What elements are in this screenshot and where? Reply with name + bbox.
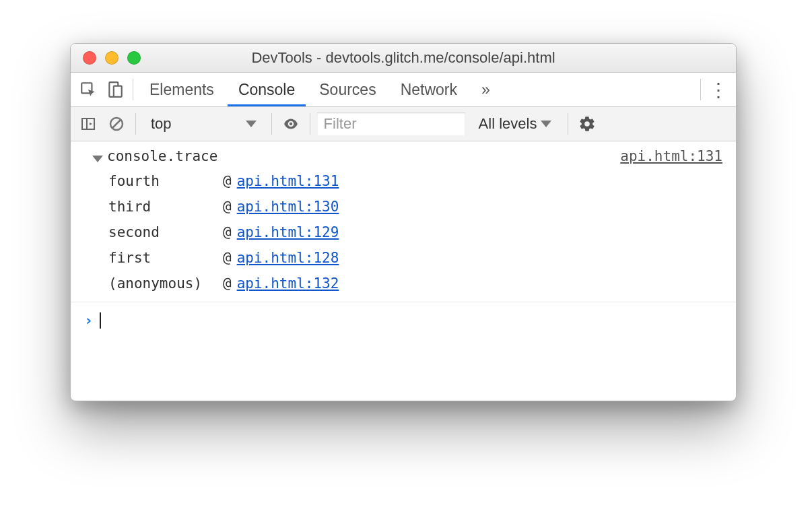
console-output: console.trace api.html:131 fourth @ api.… [71, 141, 736, 401]
input-caret [100, 312, 101, 329]
tabs-overflow-button[interactable]: » [471, 73, 501, 106]
stack-frame: second @ api.html:129 [108, 220, 722, 245]
divider [271, 113, 272, 135]
stack-frame: first @ api.html:128 [108, 245, 722, 271]
frame-source-link[interactable]: api.html:130 [237, 194, 339, 220]
filter-placeholder: Filter [324, 115, 357, 133]
console-toolbar: top Filter All levels [71, 107, 736, 141]
tab-label: Sources [319, 81, 376, 99]
frame-function: third [108, 194, 223, 220]
svg-point-7 [289, 123, 292, 125]
tab-elements[interactable]: Elements [139, 73, 225, 106]
titlebar: DevTools - devtools.glitch.me/console/ap… [71, 44, 736, 73]
divider [700, 79, 701, 100]
window-title: DevTools - devtools.glitch.me/console/ap… [71, 49, 736, 67]
tab-label: Elements [149, 81, 214, 99]
chevron-down-icon [541, 121, 551, 127]
frame-at: @ [223, 245, 232, 271]
tab-label: Network [401, 81, 457, 99]
inspect-element-icon[interactable] [76, 77, 100, 102]
frame-at: @ [223, 220, 232, 245]
chevron-down-icon [246, 121, 257, 127]
divider [135, 113, 136, 135]
disclosure-triangle-icon[interactable] [92, 156, 103, 162]
trace-label: console.trace [107, 148, 217, 164]
close-window-button[interactable] [83, 51, 96, 65]
divider [133, 79, 133, 100]
clear-console-icon[interactable] [104, 112, 129, 136]
divider [568, 113, 568, 135]
zoom-window-button[interactable] [127, 51, 141, 65]
stack-frame: fourth @ api.html:131 [108, 168, 722, 194]
more-options-icon[interactable]: ⋮ [706, 77, 731, 102]
stack-frame: third @ api.html:130 [108, 194, 722, 220]
frame-source-link[interactable]: api.html:128 [237, 245, 339, 271]
console-prompt[interactable]: › [71, 302, 736, 338]
stack-trace: fourth @ api.html:131 third @ api.html:1… [92, 168, 722, 296]
toggle-console-drawer-icon[interactable] [76, 112, 100, 136]
live-expression-icon[interactable] [279, 112, 303, 136]
context-label: top [151, 115, 172, 133]
svg-rect-2 [114, 86, 122, 97]
traffic-lights [83, 51, 141, 65]
frame-function: fourth [108, 168, 223, 194]
tab-sources[interactable]: Sources [308, 73, 386, 106]
console-settings-icon[interactable] [575, 112, 599, 136]
device-toolbar-icon[interactable] [103, 77, 127, 102]
filter-input[interactable]: Filter [317, 112, 465, 135]
frame-function: first [108, 245, 223, 271]
frame-at: @ [223, 168, 232, 194]
devtools-tabstrip: Elements Console Sources Network » ⋮ [71, 73, 736, 107]
context-selector[interactable]: top [143, 112, 265, 136]
log-levels-selector[interactable]: All levels [469, 115, 562, 133]
divider [310, 113, 310, 135]
tab-network[interactable]: Network [390, 73, 468, 106]
frame-function: second [108, 220, 223, 245]
devtools-window: DevTools - devtools.glitch.me/console/ap… [70, 43, 737, 401]
svg-rect-3 [82, 119, 94, 129]
trace-log-entry: console.trace api.html:131 fourth @ api.… [71, 145, 736, 302]
frame-function: (anonymous) [108, 271, 223, 296]
frame-source-link[interactable]: api.html:132 [237, 271, 339, 296]
levels-label: All levels [479, 115, 537, 133]
frame-source-link[interactable]: api.html:129 [237, 220, 339, 245]
frame-at: @ [223, 194, 232, 220]
minimize-window-button[interactable] [105, 51, 119, 65]
svg-line-6 [112, 120, 121, 128]
tab-label: Console [238, 81, 295, 99]
stack-frame: (anonymous) @ api.html:132 [108, 271, 722, 296]
trace-source-link[interactable]: api.html:131 [620, 148, 722, 164]
frame-source-link[interactable]: api.html:131 [237, 168, 339, 194]
prompt-chevron-icon: › [84, 312, 93, 329]
frame-at: @ [223, 271, 232, 296]
tab-console[interactable]: Console [228, 73, 306, 106]
